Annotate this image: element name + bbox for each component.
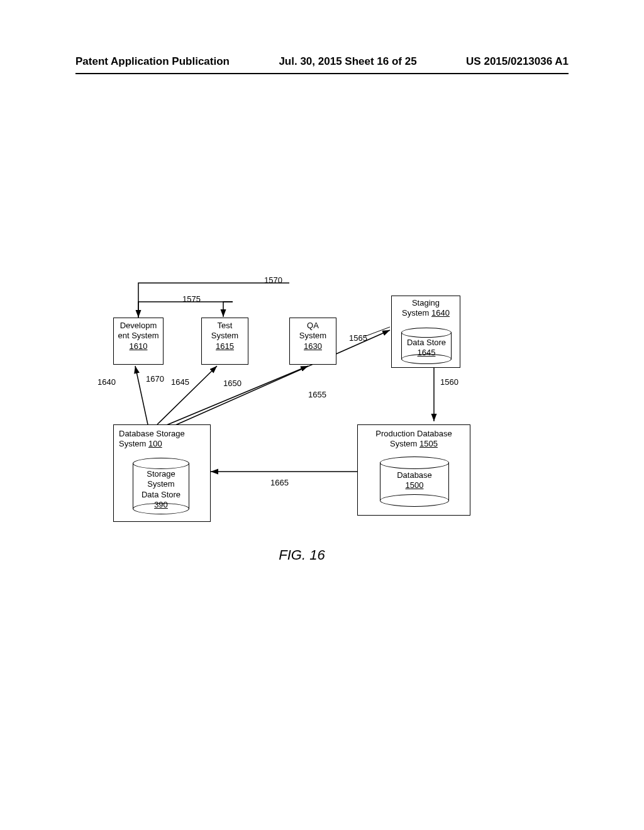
box-test-ref: 1615 xyxy=(216,341,234,351)
cylinder-ssds: Storage System Data Store 390 xyxy=(133,458,189,514)
box-dev-ref: 1610 xyxy=(130,341,148,351)
label-1655: 1655 xyxy=(308,390,326,399)
arrow-to-qa xyxy=(164,366,308,426)
label-1565: 1565 xyxy=(349,333,367,343)
database-ref: 1500 xyxy=(406,480,424,490)
box-prod-db-system: Production Database System 1505 Database… xyxy=(357,424,470,516)
label-1560: 1560 xyxy=(440,377,458,387)
header-rule xyxy=(75,73,569,74)
label-1570: 1570 xyxy=(264,275,282,285)
figure-caption: FIG. 16 xyxy=(101,547,503,563)
cylinder-datastore: Data Store 1645 xyxy=(401,328,452,364)
box-db-storage-system: Database Storage System 100 Storage Syst… xyxy=(113,424,211,522)
label-1665: 1665 xyxy=(270,478,289,487)
label-1645: 1645 xyxy=(171,377,189,387)
ssds-label: Storage System Data Store xyxy=(142,469,180,499)
dbss-label: Database Storage System 100 xyxy=(119,429,205,450)
box-dev-label: Developm ent System xyxy=(118,321,158,340)
arrow-1570 xyxy=(138,283,289,318)
ssds-ref: 390 xyxy=(154,500,168,509)
header-left: Patent Application Publication xyxy=(75,55,230,68)
box-staging-label: Staging System 1640 xyxy=(392,298,460,319)
leader-1565 xyxy=(365,327,390,336)
prod-label: Production Database System 1505 xyxy=(363,429,465,450)
arrow-1575 xyxy=(138,302,233,317)
figure-16: Developm ent System 1610 Test System 161… xyxy=(101,264,503,566)
box-qa-ref: 1630 xyxy=(304,341,322,351)
page: Patent Application Publication Jul. 30, … xyxy=(0,0,644,830)
label-1650: 1650 xyxy=(223,379,242,388)
label-1670: 1670 xyxy=(146,374,164,384)
box-test-label: Test System xyxy=(211,321,238,340)
datastore-ref: 1645 xyxy=(418,348,436,357)
arrow-to-test xyxy=(157,366,217,424)
label-1575: 1575 xyxy=(182,294,201,304)
database-label: Database xyxy=(397,470,432,480)
cylinder-database: Database 1500 xyxy=(380,456,449,507)
box-test-system: Test System 1615 xyxy=(201,318,248,365)
header-center: Jul. 30, 2015 Sheet 16 of 25 xyxy=(279,55,416,68)
box-qa-label: QA System xyxy=(299,321,326,340)
box-staging-system: Staging System 1640 Data Store 1645 xyxy=(391,296,460,368)
header-right: US 2015/0213036 A1 xyxy=(466,55,569,68)
datastore-label: Data Store xyxy=(407,338,446,347)
label-1640: 1640 xyxy=(97,377,116,387)
box-qa-system: QA System 1630 xyxy=(289,318,336,365)
box-dev-system: Developm ent System 1610 xyxy=(113,318,164,365)
page-header: Patent Application Publication Jul. 30, … xyxy=(0,55,644,74)
